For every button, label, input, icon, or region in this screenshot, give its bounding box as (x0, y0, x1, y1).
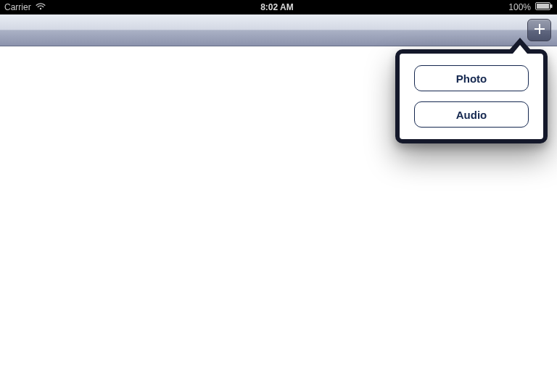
audio-option-label: Audio (456, 109, 487, 121)
battery-percent-label: 100% (508, 2, 531, 12)
navigation-bar (0, 14, 557, 46)
svg-rect-1 (537, 4, 549, 9)
wifi-icon (36, 2, 46, 12)
audio-option-button[interactable]: Audio (414, 101, 529, 128)
svg-rect-2 (550, 4, 553, 8)
status-time: 8:02 AM (260, 2, 294, 12)
status-left: Carrier (4, 2, 46, 12)
photo-option-button[interactable]: Photo (414, 65, 529, 91)
status-bar: Carrier 8:02 AM 100% (0, 0, 557, 14)
add-button[interactable] (527, 19, 551, 41)
carrier-label: Carrier (4, 2, 31, 12)
photo-option-label: Photo (456, 72, 487, 85)
battery-icon (535, 2, 553, 12)
plus-icon (534, 23, 545, 38)
add-popover: Photo Audio (395, 49, 548, 143)
status-right: 100% (508, 2, 553, 12)
